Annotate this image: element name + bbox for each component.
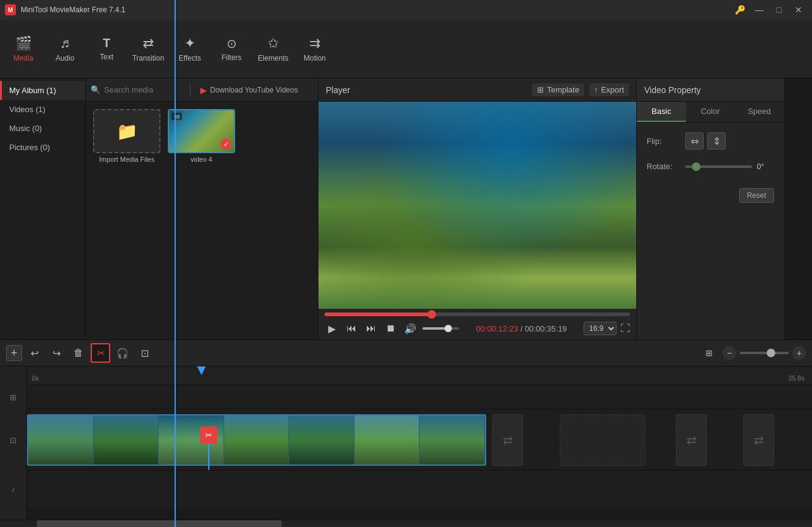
rotate-slider[interactable] bbox=[685, 165, 752, 168]
volume-slider[interactable] bbox=[423, 327, 459, 330]
zoom-slider[interactable] bbox=[740, 352, 789, 354]
redo-btn[interactable]: ↪ bbox=[47, 343, 66, 363]
transition-label: Transition bbox=[132, 54, 164, 63]
transition-slot-far3[interactable]: ⇄ bbox=[743, 414, 774, 466]
tab-speed[interactable]: Speed bbox=[735, 102, 784, 122]
prev-btn[interactable]: ⏮ bbox=[344, 321, 359, 336]
effects-label: Effects bbox=[179, 54, 201, 63]
split-btn[interactable]: ✂ bbox=[91, 343, 110, 363]
toolbar-filters[interactable]: ⊙ Filters bbox=[211, 25, 252, 74]
elements-icon: ✩ bbox=[268, 36, 279, 51]
progress-thumb bbox=[427, 310, 436, 319]
maximize-btn[interactable]: □ bbox=[770, 3, 788, 17]
toolbar-transition[interactable]: ⇄ Transition bbox=[127, 25, 169, 74]
toolbar-media[interactable]: 🎬 Media bbox=[2, 25, 44, 74]
toolbar-audio[interactable]: ♬ Audio bbox=[44, 25, 86, 74]
search-input[interactable] bbox=[104, 85, 184, 94]
video-clip[interactable] bbox=[27, 414, 486, 466]
progress-fill bbox=[325, 313, 432, 316]
transition-slot-right[interactable]: ⇄ bbox=[492, 414, 523, 466]
video4-item[interactable]: 📹 ✓ video 4 bbox=[168, 109, 235, 163]
delete-btn[interactable]: 🗑 bbox=[69, 343, 88, 363]
template-button[interactable]: ⊞ Template bbox=[532, 83, 584, 96]
aspect-ratio-select[interactable]: 16:9 9:16 1:1 4:3 bbox=[584, 322, 617, 335]
title-bar: M MiniTool MovieMaker Free 7.4.1 🔑 — □ ✕ bbox=[0, 0, 812, 20]
rotate-row: Rotate: 0° bbox=[647, 162, 774, 171]
undo-btn[interactable]: ↩ bbox=[24, 343, 44, 363]
prop-tabs: Basic Color Speed bbox=[637, 102, 784, 123]
motion-label: Motion bbox=[304, 54, 326, 63]
volume-icon[interactable]: 🔊 bbox=[403, 321, 418, 336]
playhead-arrow bbox=[197, 366, 206, 375]
timeline-track-headers: ⊞ ⊡ ♪ bbox=[0, 366, 27, 520]
cut-badge: ✂ bbox=[200, 427, 217, 444]
media-grid: 📁 Import Media Files 📹 ✓ video 4 bbox=[86, 102, 318, 339]
key-btn[interactable]: 🔑 bbox=[731, 3, 748, 17]
sidebar-item-music[interactable]: Music (0) bbox=[0, 119, 85, 138]
subtitle-track-header[interactable]: ⊞ bbox=[0, 385, 26, 409]
time-ruler: 0s 35.8s bbox=[27, 366, 812, 385]
progress-bar[interactable] bbox=[325, 313, 630, 316]
prop-content: Flip: ⇔ ⇕ Rotate: 0° Reset bbox=[637, 123, 784, 213]
export-button[interactable]: ↑ Export bbox=[589, 83, 629, 96]
volume-thumb bbox=[445, 325, 452, 332]
zoom-in-btn[interactable]: + bbox=[792, 346, 806, 360]
video-track-header[interactable]: ⊡ bbox=[0, 409, 26, 471]
toolbar: 🎬 Media ♬ Audio T Text ⇄ Transition ✦ Ef… bbox=[0, 20, 812, 78]
filters-icon: ⊙ bbox=[227, 36, 237, 51]
player-viewport bbox=[318, 102, 636, 309]
next-btn[interactable]: ⏭ bbox=[364, 321, 378, 336]
crop-btn[interactable]: ⊡ bbox=[135, 343, 154, 363]
player-right-controls: 16:9 9:16 1:1 4:3 ⛶ bbox=[584, 322, 630, 335]
tab-color[interactable]: Color bbox=[686, 102, 735, 122]
audio-track-header[interactable]: ♪ bbox=[0, 471, 26, 507]
player-title: Player bbox=[326, 85, 350, 95]
stop-btn[interactable]: ⏹ bbox=[383, 321, 398, 336]
main-content: My Album (1) Videos (1) Music (0) Pictur… bbox=[0, 78, 812, 339]
time-track-header bbox=[0, 366, 26, 385]
player-panel: Player ⊞ Template ↑ Export bbox=[318, 78, 637, 339]
transition-slot-far[interactable] bbox=[560, 414, 645, 466]
flip-vertical-btn[interactable]: ⇕ bbox=[707, 132, 726, 150]
rotate-label: Rotate: bbox=[647, 162, 680, 171]
zoom-out-btn[interactable]: − bbox=[723, 346, 736, 360]
toolbar-text[interactable]: T Text bbox=[86, 25, 127, 74]
transition-icon2: ⇄ bbox=[686, 433, 697, 447]
fullscreen-btn[interactable]: ⛶ bbox=[620, 323, 630, 334]
time-label-start: 0s bbox=[32, 374, 39, 382]
title-bar-controls: 🔑 — □ ✕ bbox=[731, 3, 807, 17]
transition-icon: ⇄ bbox=[503, 433, 513, 447]
folder-icon: 📁 bbox=[116, 121, 138, 142]
scrollbar-thumb bbox=[37, 520, 282, 527]
toolbar-elements[interactable]: ✩ Elements bbox=[252, 25, 294, 74]
rotate-thumb bbox=[692, 162, 701, 171]
timecode-display: 00:00:12:23 / 00:00:35:19 bbox=[476, 324, 566, 333]
tab-basic[interactable]: Basic bbox=[637, 102, 686, 122]
detach-audio-btn[interactable]: 🎧 bbox=[113, 343, 132, 363]
import-media-item[interactable]: 📁 Import Media Files bbox=[93, 109, 160, 163]
sidebar-item-videos[interactable]: Videos (1) bbox=[0, 100, 85, 119]
media-label: Media bbox=[13, 54, 34, 63]
fit-timeline-btn[interactable]: ⊞ bbox=[699, 343, 719, 363]
video4-label: video 4 bbox=[190, 156, 212, 163]
playhead-line bbox=[175, 366, 176, 520]
filters-label: Filters bbox=[222, 53, 242, 62]
template-icon: ⊞ bbox=[537, 85, 544, 94]
download-youtube-button[interactable]: ▶ Download YouTube Videos bbox=[197, 83, 301, 97]
bottom-scrollbar[interactable] bbox=[0, 520, 812, 527]
sidebar-item-myalbum[interactable]: My Album (1) bbox=[0, 81, 85, 100]
check-badge: ✓ bbox=[220, 138, 231, 150]
reset-button[interactable]: Reset bbox=[739, 188, 774, 203]
close-btn[interactable]: ✕ bbox=[790, 3, 807, 17]
sidebar-item-pictures[interactable]: Pictures (0) bbox=[0, 138, 85, 157]
audio-track bbox=[27, 471, 812, 507]
media-icon: 🎬 bbox=[15, 36, 32, 51]
play-btn[interactable]: ▶ bbox=[325, 321, 339, 336]
add-track-btn[interactable]: + bbox=[6, 345, 22, 361]
flip-horizontal-btn[interactable]: ⇔ bbox=[685, 132, 704, 150]
minimize-btn[interactable]: — bbox=[751, 3, 768, 17]
toolbar-motion[interactable]: ⇉ Motion bbox=[294, 25, 336, 74]
transition-slot-far2[interactable]: ⇄ bbox=[676, 414, 707, 466]
flip-label: Flip: bbox=[647, 137, 680, 146]
import-label: Import Media Files bbox=[99, 156, 154, 163]
